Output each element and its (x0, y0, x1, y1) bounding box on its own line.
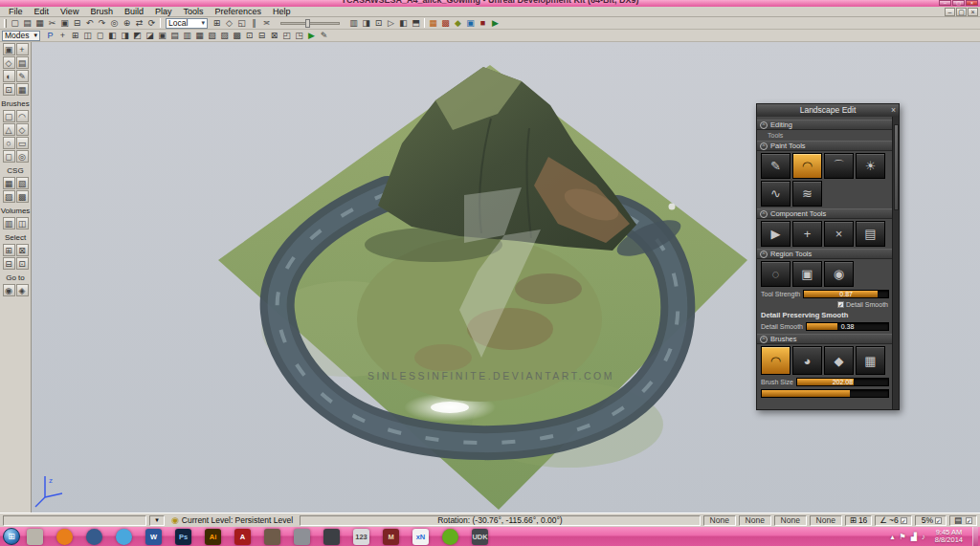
paint-tool-button[interactable]: ✎ (761, 153, 791, 179)
brush-shape-button[interactable]: ▭ (16, 137, 29, 149)
collapse-icon[interactable]: ^ (760, 336, 768, 343)
brush-button[interactable]: ◕ (792, 346, 822, 375)
toolbar-icon[interactable]: ▢ (9, 18, 21, 29)
snap-checkbox[interactable]: ✓ (935, 517, 942, 524)
brush-shape-button[interactable]: ◎ (16, 150, 29, 163)
build-toolbar-icon[interactable]: ▣ (464, 18, 477, 29)
snap-checkbox[interactable]: ✓ (966, 517, 972, 524)
viewport-toolbar-icon[interactable]: ◪ (144, 31, 156, 41)
volume-button[interactable]: ▥ (3, 217, 15, 229)
toolbar-icon[interactable]: ⬒ (410, 18, 422, 29)
child-minimize-button[interactable]: – (945, 8, 955, 16)
toolbar-icon[interactable]: ⊟ (71, 18, 83, 29)
toolbar-icon[interactable]: ◧ (397, 18, 410, 29)
viewport-toolbar-icon[interactable]: ⊠ (268, 31, 280, 41)
minimize-button[interactable]: – (939, 0, 951, 6)
show-desktop-button[interactable] (972, 527, 978, 546)
menu-item[interactable]: Preferences (209, 7, 267, 16)
viewport-toolbar-icon[interactable]: ▨ (218, 31, 231, 41)
select-button[interactable]: ⊠ (16, 244, 29, 256)
toolbar-icon[interactable]: ⊕ (121, 18, 133, 29)
taskbar-app-icon[interactable]: UDK (472, 529, 488, 545)
toolbar-grip[interactable] (4, 19, 7, 28)
tray-icon[interactable]: ▴ (890, 533, 894, 541)
viewport-toolbar-icon[interactable]: ▥ (181, 31, 193, 41)
toolbar-icon[interactable]: ↶ (83, 18, 96, 29)
brush-button[interactable]: ◆ (824, 346, 854, 375)
mode-button[interactable]: ✎ (16, 70, 29, 82)
brush-button[interactable]: ▦ (856, 346, 885, 375)
viewport-toolbar-icon[interactable]: ◳ (293, 31, 305, 41)
child-maximize-button[interactable]: ▢ (956, 8, 967, 16)
taskbar-app-icon[interactable]: 123 (353, 529, 369, 545)
section-paint-tools[interactable]: ^ Paint Tools (757, 141, 892, 151)
menu-item[interactable]: Brush (84, 7, 119, 16)
tool-strength-slider[interactable]: 0.87 (803, 290, 889, 298)
region-tool-button[interactable]: ▣ (792, 261, 822, 287)
taskbar-app-icon[interactable]: M (383, 529, 399, 545)
toolbar-icon[interactable]: ∥ (248, 18, 260, 29)
viewport-toolbar-icon[interactable]: P (44, 31, 56, 41)
viewport-toolbar-icon[interactable]: ◧ (106, 31, 119, 41)
taskbar-app-icon[interactable]: A (234, 529, 251, 545)
viewport-toolbar-icon[interactable]: ◩ (131, 31, 144, 41)
section-region-tools[interactable]: ^ Region Tools (757, 249, 892, 259)
toolbar-icon[interactable]: ✂ (46, 18, 58, 29)
panel-scrollbar[interactable] (892, 117, 899, 409)
taskbar-app-icon[interactable] (27, 529, 43, 545)
viewport-toolbar-icon[interactable]: ◰ (280, 31, 293, 41)
snap-checkbox[interactable]: ✓ (901, 517, 907, 524)
paint-tool-button[interactable]: ⌒ (824, 153, 854, 179)
paint-tool-button[interactable]: ☀ (856, 153, 885, 179)
brush-shape-button[interactable]: ▢ (3, 110, 15, 122)
detail-smooth-checkbox-label[interactable]: Detail Smooth (846, 301, 888, 308)
panel-titlebar[interactable]: Landscape Edit × (757, 104, 899, 117)
viewport-toolbar-icon[interactable]: ⊞ (69, 31, 81, 41)
toolbar-icon[interactable]: ⇄ (133, 18, 145, 29)
tray-icon[interactable]: ▟ (911, 533, 917, 541)
checkbox-checked-icon[interactable]: ✓ (837, 301, 844, 308)
status-none-field[interactable]: None (810, 515, 842, 526)
viewport-toolbar-icon[interactable]: ⊟ (256, 31, 268, 41)
taskbar-app-icon[interactable] (86, 529, 102, 545)
slider-knob[interactable] (305, 19, 310, 28)
toolbar-slider[interactable] (280, 22, 340, 25)
build-toolbar-icon[interactable]: ◆ (452, 18, 464, 29)
toolbar-icon[interactable]: ◨ (360, 18, 372, 29)
toolbar-icon[interactable]: ⟳ (145, 18, 158, 29)
taskbar-app-icon[interactable]: xN (412, 529, 429, 545)
menu-item[interactable]: Edit (29, 7, 56, 16)
region-tool-button[interactable]: ◉ (824, 261, 854, 287)
component-tool-button[interactable]: + (792, 221, 822, 247)
viewport-toolbar-icon[interactable]: ▤ (168, 31, 181, 41)
toolbar-icon[interactable]: ≍ (260, 18, 273, 29)
csg-button[interactable]: ▦ (3, 177, 15, 189)
build-toolbar-icon[interactable]: ▩ (439, 18, 452, 29)
close-icon[interactable]: × (891, 104, 896, 117)
snap-control[interactable]: ⊞ 16 (845, 515, 873, 526)
mode-button[interactable]: ▣ (3, 43, 15, 55)
viewport-toolbar-icon[interactable]: + (56, 31, 69, 41)
child-close-button[interactable]: × (968, 8, 978, 16)
viewport-toolbar-icon[interactable]: ✎ (318, 31, 330, 41)
build-toolbar-icon[interactable]: ▦ (427, 18, 439, 29)
menu-item[interactable]: Help (267, 7, 297, 16)
brush-size-slider[interactable]: 202.08 (796, 378, 889, 386)
coordinate-space-combo[interactable]: Local ▾ (166, 18, 208, 29)
viewport-toolbar-icon[interactable]: ▧ (206, 31, 218, 41)
toolbar-icon[interactable]: ◱ (235, 18, 248, 29)
taskbar-app-icon[interactable] (294, 529, 310, 545)
toolbar-icon[interactable]: ◎ (108, 18, 121, 29)
taskbar-app-icon[interactable]: W (145, 529, 162, 545)
collapse-icon[interactable]: ^ (760, 251, 768, 258)
snap-control[interactable]: ▤ ✓ (949, 515, 977, 526)
component-tool-button[interactable]: ▶ (761, 221, 791, 247)
viewport-toolbar-icon[interactable]: ◻ (94, 31, 106, 41)
paint-tool-button[interactable]: ≋ (792, 181, 822, 207)
collapse-icon[interactable]: ^ (760, 121, 768, 129)
paint-tool-button[interactable]: ◠ (792, 153, 822, 179)
viewport-toolbar-icon[interactable]: ◫ (81, 31, 94, 41)
toolbar-icon[interactable]: ↷ (96, 18, 108, 29)
status-none-field[interactable]: None (703, 515, 736, 526)
mode-button[interactable]: ▦ (16, 83, 29, 96)
